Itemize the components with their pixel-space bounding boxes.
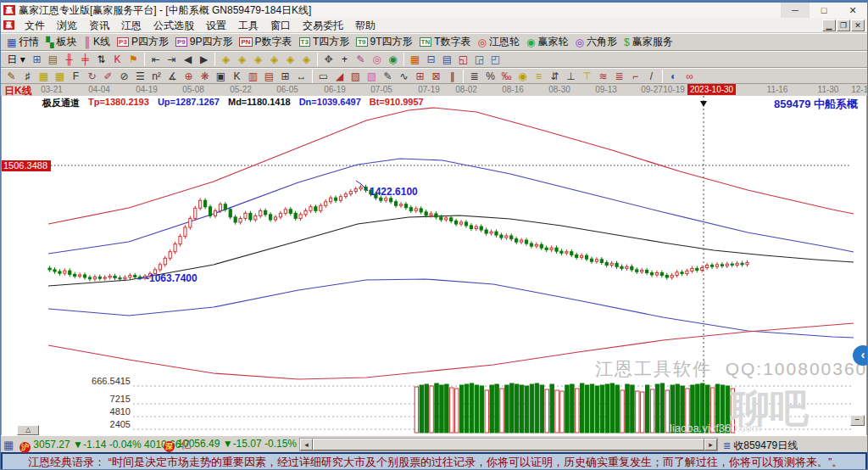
scrollbar-thumb[interactable] xyxy=(313,439,704,450)
zoom-diamond-2-icon[interactable]: ◈ xyxy=(234,53,250,67)
angle-icon[interactable]: ∡ xyxy=(164,69,181,83)
tb-gann-wheel-button[interactable]: ◎江恩轮 xyxy=(475,35,523,50)
menu-item-3[interactable]: 资讯 xyxy=(83,19,115,32)
first-bar-icon[interactable]: ⇤ xyxy=(147,53,164,67)
menu-item-1[interactable]: 文件 xyxy=(19,19,51,32)
mdi-restore-button[interactable]: ❐ xyxy=(837,20,850,31)
tb-hexagon-button[interactable]: ◎六角形 xyxy=(572,35,620,50)
tb-ninet-square-button[interactable]: T99T四方形 xyxy=(353,35,415,50)
mdi-minimize-button[interactable]: ▁ xyxy=(822,20,836,31)
prev-bar-icon[interactable]: ◀ xyxy=(180,53,196,67)
hand-tool-icon[interactable]: ✥ xyxy=(320,53,337,67)
tb-winner-wheel-button[interactable]: ◉赢家轮 xyxy=(523,35,571,50)
pointer-tool-icon[interactable]: ✎ xyxy=(353,53,369,67)
grid7-icon[interactable]: ⊠ xyxy=(428,69,444,83)
menu-item-10[interactable]: 帮助 xyxy=(349,19,381,32)
zoom-diamond-3-icon[interactable]: ◈ xyxy=(250,53,266,67)
ladder-icon[interactable]: ≣ xyxy=(611,69,627,83)
save-icon[interactable]: ◱ xyxy=(455,53,471,67)
f-ruler-icon[interactable]: F xyxy=(68,69,84,83)
mdi-close-button[interactable]: ✕ xyxy=(851,20,865,31)
kline-chart[interactable]: 极反通道 Tp=1380.2193Up=1287.1267Md=1180.141… xyxy=(1,96,867,435)
zoom-diamond-4-icon[interactable]: ◈ xyxy=(266,53,282,67)
scroll-right-icon[interactable]: ▸ xyxy=(704,439,717,450)
close-button[interactable]: ✕ xyxy=(838,3,867,18)
tb-kline-button[interactable]: ║K线 xyxy=(81,35,114,50)
steps-icon[interactable]: ≋ xyxy=(595,69,611,83)
gold-levels-icon[interactable]: ≡ xyxy=(531,69,547,83)
width-arrows-icon[interactable]: ↔ xyxy=(293,69,309,83)
spiral-icon[interactable]: ↻ xyxy=(84,69,100,83)
volume-pane-minimize-button[interactable]: − xyxy=(850,415,865,426)
tb-winner-service-button[interactable]: $赢家服务 xyxy=(620,35,676,50)
zigzag-icon[interactable]: ∿ xyxy=(396,69,412,83)
stairs-icon[interactable]: ⌐ xyxy=(627,69,643,83)
tb-quotes-button[interactable]: ▦行情 xyxy=(3,35,42,50)
yellow-grid2-icon[interactable]: ▦ xyxy=(52,69,68,83)
window-layout-icon[interactable]: ⊞ xyxy=(29,53,45,67)
grid6-icon[interactable]: ⊞ xyxy=(412,69,428,83)
percent-icon[interactable]: % xyxy=(482,69,498,83)
export-icon[interactable]: ◲ xyxy=(471,53,487,67)
menu-item-2[interactable]: 浏览 xyxy=(51,19,83,32)
next-bar-icon[interactable]: ▶ xyxy=(196,53,212,67)
t-levels-icon[interactable]: ⊥ xyxy=(563,69,579,83)
yellow-grid-icon[interactable]: ▦ xyxy=(36,69,52,83)
notebook-icon[interactable]: ▤ xyxy=(439,53,455,67)
ratio-table-icon[interactable]: ≣ xyxy=(466,69,482,83)
candle-chart-icon[interactable]: ╫ xyxy=(61,53,77,67)
updown-arrows-icon[interactable]: ⇅ xyxy=(93,53,109,67)
n-squared-icon[interactable]: n² xyxy=(148,69,164,83)
pink-wheel-icon[interactable]: ◎ xyxy=(369,53,385,67)
zoom-diamond-6-icon[interactable]: ◈ xyxy=(298,53,314,67)
green-wheel-icon[interactable]: ◉ xyxy=(385,53,401,67)
candle-chart2-icon[interactable]: ╪ xyxy=(77,53,93,67)
maximize-button[interactable]: □ xyxy=(810,3,838,18)
horizontal-scrollbar[interactable]: ◂ ▸ xyxy=(299,438,718,451)
tb-ninep-square-button[interactable]: P99P四方形 xyxy=(172,35,236,50)
calculator-icon[interactable]: ⊟ xyxy=(423,53,439,67)
star-wheel-icon[interactable]: ❋ xyxy=(197,69,213,83)
masked-grid-icon[interactable]: ▨ xyxy=(348,69,364,83)
infinity-icon[interactable]: ∞ xyxy=(682,69,698,83)
gold-t-icon[interactable]: ⊤ xyxy=(579,69,595,83)
scroll-left-icon[interactable]: ◂ xyxy=(300,439,313,450)
collapse-panel-button[interactable]: ‹ xyxy=(853,345,868,366)
menu-item-4[interactable]: 江恩 xyxy=(115,19,147,32)
brush-icon[interactable]: ✎ xyxy=(3,69,19,83)
menu-item-7[interactable]: 工具 xyxy=(232,19,264,32)
menu-item-6[interactable]: 设置 xyxy=(200,19,232,32)
menu-item-5[interactable]: 公式选股 xyxy=(147,19,200,32)
flag-icon[interactable]: ⚑ xyxy=(125,53,142,67)
slope-icon[interactable]: / xyxy=(643,69,659,83)
comb-lines-icon[interactable]: ♯ xyxy=(19,69,36,83)
circle-slash-icon[interactable]: ⊘ xyxy=(116,69,132,83)
yinyang-icon[interactable]: ◐ xyxy=(665,69,682,83)
multi-lines-icon[interactable]: ☰ xyxy=(132,69,148,83)
crosshair-tool-icon[interactable]: + xyxy=(337,53,353,67)
angle-pen-icon[interactable]: ✐ xyxy=(100,69,116,83)
minimize-button[interactable]: ─ xyxy=(781,3,810,18)
tb-t-digit-table-button[interactable]: TNT数字表 xyxy=(416,35,475,50)
diag-lines-icon[interactable]: ∥ xyxy=(444,69,460,83)
tb-p-digit-table-button[interactable]: PNP数字表 xyxy=(236,35,295,50)
window-grid-icon[interactable]: ⊞ xyxy=(277,69,293,83)
k-box-icon[interactable]: K xyxy=(109,53,125,67)
gold-circle-icon[interactable]: ◉ xyxy=(515,69,531,83)
period-day-dropdown-icon[interactable]: 日 ▾ xyxy=(3,53,29,67)
tb-sectors-button[interactable]: ▚板块 xyxy=(42,35,80,50)
zoom-diamond-5-icon[interactable]: ◈ xyxy=(282,53,298,67)
red-fan-icon[interactable]: ◢ xyxy=(331,69,348,83)
zoom-diamond-1-icon[interactable]: ◈ xyxy=(218,53,234,67)
pink-grid-icon[interactable]: ▧ xyxy=(364,69,380,83)
calendar-icon[interactable]: ▦ xyxy=(407,53,423,67)
grid-icon[interactable]: ▦ xyxy=(3,439,14,451)
tb-p-square-button[interactable]: P3P四方形 xyxy=(114,35,172,50)
red-gann-grid2-icon[interactable]: ▤ xyxy=(261,69,277,83)
pencil2-icon[interactable]: ✎ xyxy=(380,69,396,83)
expand-pane-button[interactable]: △ xyxy=(17,425,39,435)
menu-item-9[interactable]: 交易委托 xyxy=(297,19,349,32)
percent-levels-icon[interactable]: ‰ xyxy=(498,69,515,83)
k-mark-icon[interactable]: K xyxy=(229,69,245,83)
clipboard-icon[interactable]: ▤ xyxy=(45,53,61,67)
